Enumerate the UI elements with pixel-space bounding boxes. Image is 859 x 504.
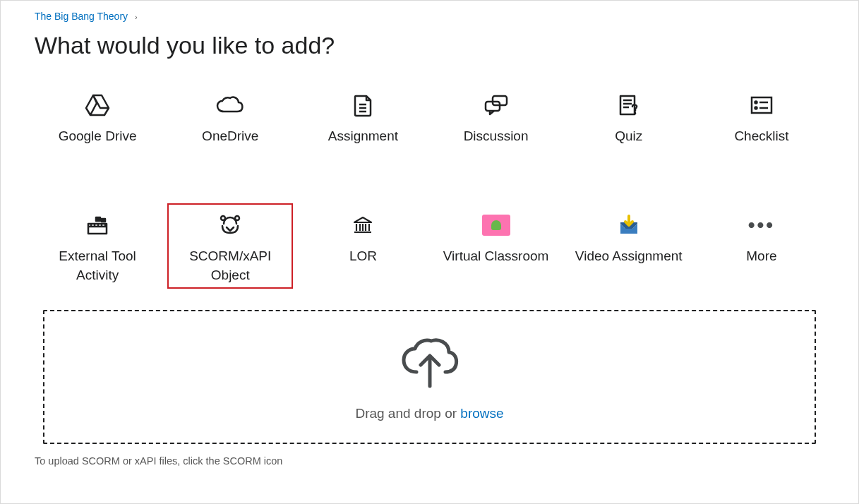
tile-label: More bbox=[746, 247, 776, 266]
chevron-right-icon: › bbox=[135, 13, 138, 21]
tile-scorm[interactable]: SCORM/xAPI Object bbox=[167, 203, 293, 289]
tile-label: SCORM/xAPI Object bbox=[172, 247, 289, 284]
tile-lor[interactable]: LOR bbox=[300, 203, 426, 289]
svg-point-16 bbox=[221, 216, 225, 220]
assignment-icon bbox=[352, 90, 373, 120]
page-title: What would you like to add? bbox=[35, 32, 824, 59]
svg-point-10 bbox=[755, 107, 757, 109]
dropzone-prefix: Drag and drop or bbox=[355, 406, 460, 421]
virtual-classroom-icon bbox=[482, 210, 510, 240]
video-assignment-icon bbox=[616, 210, 642, 240]
more-icon: ••• bbox=[748, 210, 775, 240]
tile-more[interactable]: ••• More bbox=[699, 203, 824, 289]
tile-label: LOR bbox=[349, 247, 377, 266]
tile-external-tool[interactable]: External Tool Activity bbox=[35, 203, 160, 289]
external-tool-icon bbox=[85, 210, 110, 240]
tile-virtual-classroom[interactable]: Virtual Classroom bbox=[433, 203, 559, 289]
tile-label: Video Assignment bbox=[575, 247, 683, 266]
scorm-icon bbox=[218, 210, 242, 240]
content-type-grid: Google Drive OneDrive Assignment bbox=[35, 83, 824, 289]
upload-hint: To upload SCORM or xAPI files, click the… bbox=[35, 455, 824, 467]
tile-google-drive[interactable]: Google Drive bbox=[35, 83, 160, 168]
quiz-icon bbox=[618, 90, 640, 120]
tile-label: Virtual Classroom bbox=[443, 247, 549, 266]
tile-discussion[interactable]: Discussion bbox=[433, 83, 559, 168]
tile-label: Discussion bbox=[464, 127, 529, 146]
svg-rect-14 bbox=[96, 217, 100, 221]
checklist-icon bbox=[750, 90, 774, 120]
tile-video-assignment[interactable]: Video Assignment bbox=[566, 203, 692, 289]
svg-point-9 bbox=[755, 102, 757, 104]
tile-label: Google Drive bbox=[59, 127, 137, 146]
svg-rect-15 bbox=[102, 219, 105, 222]
tile-quiz[interactable]: Quiz bbox=[566, 83, 692, 168]
file-dropzone[interactable]: Drag and drop or browse bbox=[43, 310, 816, 444]
svg-rect-8 bbox=[752, 97, 771, 113]
tile-onedrive[interactable]: OneDrive bbox=[167, 83, 293, 168]
breadcrumb: The Big Bang Theory › bbox=[35, 11, 824, 22]
google-drive-icon bbox=[85, 90, 110, 120]
tile-label: OneDrive bbox=[202, 127, 258, 146]
svg-point-17 bbox=[235, 216, 239, 220]
discussion-icon bbox=[483, 90, 510, 120]
onedrive-icon bbox=[216, 90, 244, 120]
tile-label: Quiz bbox=[615, 127, 642, 146]
breadcrumb-link-course[interactable]: The Big Bang Theory bbox=[35, 11, 128, 22]
tile-label: External Tool Activity bbox=[39, 247, 156, 284]
lor-icon bbox=[352, 210, 374, 240]
browse-link[interactable]: browse bbox=[460, 406, 503, 421]
tile-label: Assignment bbox=[328, 127, 398, 146]
tile-assignment[interactable]: Assignment bbox=[300, 83, 426, 168]
dropzone-text: Drag and drop or browse bbox=[59, 406, 800, 421]
tile-label: Checklist bbox=[734, 127, 788, 146]
tile-checklist[interactable]: Checklist bbox=[699, 83, 824, 168]
upload-cloud-icon bbox=[400, 383, 460, 395]
